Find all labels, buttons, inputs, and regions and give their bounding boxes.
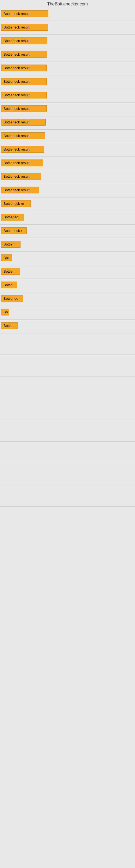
bottleneck-badge-9[interactable]: Bottleneck result — [1, 119, 46, 126]
bottleneck-badge-1[interactable]: Bottleneck result — [1, 10, 48, 17]
bottleneck-badge-19[interactable]: Bot — [1, 254, 12, 261]
bottleneck-label-4: Bottleneck result — [3, 52, 30, 56]
empty-row-3 — [0, 398, 135, 420]
empty-row-6 — [0, 463, 135, 485]
bottleneck-badge-8[interactable]: Bottleneck result — [1, 105, 47, 112]
bottleneck-badge-2[interactable]: Bottleneck result — [1, 24, 48, 31]
bottleneck-label-9: Bottleneck result — [3, 120, 30, 124]
bottleneck-label-21: Bottle — [3, 283, 12, 287]
bottleneck-badge-23[interactable]: Bo — [1, 309, 9, 315]
bottleneck-row-1: Bottleneck result — [0, 8, 135, 21]
bottleneck-label-2: Bottleneck result — [3, 25, 30, 29]
bottleneck-badge-18[interactable]: Bottlen — [1, 241, 20, 248]
empty-row-5 — [0, 442, 135, 463]
bottleneck-label-22: Bottlenec — [3, 297, 18, 301]
bottleneck-label-18: Bottlen — [3, 242, 14, 246]
empty-row-7 — [0, 485, 135, 507]
bottleneck-row-5: Bottleneck result — [0, 62, 135, 75]
bottleneck-label-3: Bottleneck result — [3, 39, 30, 43]
bottleneck-badge-20[interactable]: Bottlen — [1, 268, 20, 275]
bottleneck-badge-15[interactable]: Bottleneck re — [1, 200, 31, 207]
bottleneck-label-19: Bot — [3, 256, 9, 260]
bottleneck-label-17: Bottleneck r — [3, 229, 22, 233]
bottleneck-badge-24[interactable]: Bottler — [1, 322, 18, 329]
bottleneck-badge-22[interactable]: Bottlenec — [1, 295, 23, 302]
bottleneck-label-7: Bottleneck result — [3, 93, 30, 97]
bottleneck-label-15: Bottleneck re — [3, 202, 24, 206]
bottleneck-row-9: Bottleneck result — [0, 116, 135, 130]
bottleneck-label-11: Bottleneck result — [3, 147, 30, 151]
bottleneck-badge-7[interactable]: Bottleneck result — [1, 92, 47, 98]
empty-row-4 — [0, 420, 135, 442]
bottleneck-label-13: Bottleneck result — [3, 175, 30, 179]
bottleneck-badge-14[interactable]: Bottleneck result — [1, 187, 39, 193]
bottleneck-label-1: Bottleneck result — [3, 12, 30, 16]
bottleneck-label-24: Bottler — [3, 323, 14, 328]
bottleneck-badge-4[interactable]: Bottleneck result — [1, 51, 47, 58]
bottleneck-badge-5[interactable]: Bottleneck result — [1, 65, 47, 71]
bottleneck-row-18: Bottlen — [0, 238, 135, 252]
bottleneck-row-6: Bottleneck result — [0, 75, 135, 89]
bottleneck-row-11: Bottleneck result — [0, 143, 135, 157]
bottleneck-badge-12[interactable]: Bottleneck result — [1, 159, 43, 166]
bottleneck-label-23: Bo — [3, 310, 8, 314]
bottleneck-badge-16[interactable]: Bottlenec — [1, 214, 24, 220]
bottleneck-row-22: Bottlenec — [0, 292, 135, 306]
bottleneck-badge-3[interactable]: Bottleneck result — [1, 37, 47, 44]
bottleneck-label-6: Bottleneck result — [3, 80, 30, 84]
bottleneck-row-4: Bottleneck result — [0, 48, 135, 62]
bottleneck-badge-17[interactable]: Bottleneck r — [1, 227, 27, 234]
bottleneck-label-14: Bottleneck result — [3, 188, 30, 192]
bottleneck-row-3: Bottleneck result — [0, 35, 135, 48]
bottleneck-row-12: Bottleneck result — [0, 157, 135, 170]
bottleneck-row-17: Bottleneck r — [0, 225, 135, 238]
bottleneck-badge-6[interactable]: Bottleneck result — [1, 78, 47, 85]
bottleneck-row-13: Bottleneck result — [0, 170, 135, 184]
bottleneck-label-16: Bottlenec — [3, 215, 18, 219]
site-title: TheBottlenecker.com — [0, 0, 135, 8]
bottleneck-label-5: Bottleneck result — [3, 66, 30, 70]
bottleneck-row-2: Bottleneck result — [0, 21, 135, 35]
empty-row-2 — [0, 376, 135, 398]
bottleneck-badge-10[interactable]: Bottleneck result — [1, 132, 45, 139]
bottleneck-badge-13[interactable]: Bottleneck result — [1, 173, 41, 180]
bottleneck-label-8: Bottleneck result — [3, 106, 30, 111]
empty-row-1 — [0, 355, 135, 376]
bottleneck-label-10: Bottleneck result — [3, 134, 30, 138]
bottleneck-row-16: Bottlenec — [0, 211, 135, 225]
bottleneck-row-20: Bottlen — [0, 265, 135, 279]
bottleneck-badge-21[interactable]: Bottle — [1, 282, 17, 288]
bottleneck-row-7: Bottleneck result — [0, 89, 135, 102]
bottleneck-badge-11[interactable]: Bottleneck result — [1, 146, 44, 153]
bottleneck-row-8: Bottleneck result — [0, 102, 135, 116]
bottleneck-row-24: Bottler — [0, 319, 135, 333]
bottleneck-row-23: Bo — [0, 306, 135, 319]
bottleneck-row-14: Bottleneck result — [0, 184, 135, 197]
bottleneck-label-20: Bottlen — [3, 269, 14, 273]
bottleneck-row-21: Bottle — [0, 279, 135, 292]
bottleneck-row-19: Bot — [0, 252, 135, 265]
bottleneck-label-12: Bottleneck result — [3, 161, 30, 165]
bottleneck-row-10: Bottleneck result — [0, 130, 135, 143]
empty-row-0 — [0, 333, 135, 355]
bottleneck-row-15: Bottleneck re — [0, 197, 135, 211]
